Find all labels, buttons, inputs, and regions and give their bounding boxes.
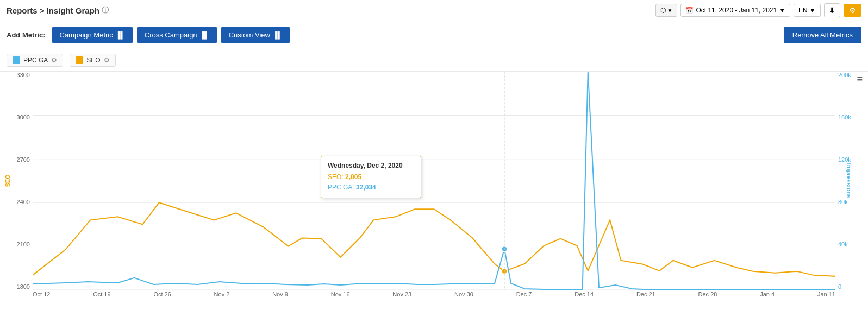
- cube-dropdown-arrow: ▼: [667, 8, 673, 14]
- remove-all-label: Remove All Metrics: [792, 31, 853, 39]
- toolbar: Add Metric: Campaign Metric ▐▌ Cross Cam…: [0, 21, 868, 49]
- download-button[interactable]: ⬇: [824, 3, 840, 17]
- breadcrumb: Reports > Insight Graph ⓘ: [7, 5, 109, 15]
- toolbar-left: Add Metric: Campaign Metric ▐▌ Cross Cam…: [7, 27, 290, 43]
- chart-svg: [33, 72, 835, 290]
- cube-button[interactable]: ⬡ ▼: [655, 4, 678, 17]
- x-tick-nov2: Nov 2: [214, 291, 230, 305]
- date-dropdown-arrow: ▼: [779, 7, 785, 14]
- seo-settings-icon[interactable]: ⚙: [104, 56, 110, 64]
- remove-all-metrics-button[interactable]: Remove All Metrics: [784, 27, 861, 43]
- cross-campaign-button[interactable]: Cross Campaign ▐▌: [137, 27, 217, 43]
- download-icon: ⬇: [829, 6, 835, 15]
- cube-icon: ⬡: [660, 7, 666, 14]
- info-icon[interactable]: ⓘ: [102, 5, 109, 15]
- y-tick-160k: 160k: [838, 114, 851, 121]
- ppc-ga-color-dot: [13, 56, 20, 64]
- y-axis-right-label: Impressions: [846, 163, 853, 199]
- top-right-controls: ⬡ ▼ 📅 Oct 11, 2020 - Jan 11, 2021 ▼ EN ▼…: [655, 3, 861, 17]
- y-tick-80k: 80k: [838, 199, 848, 205]
- x-tick-oct26: Oct 26: [153, 291, 171, 305]
- campaign-metric-button[interactable]: Campaign Metric ▐▌: [52, 27, 133, 43]
- y-tick-0: 0: [838, 283, 841, 290]
- settings-icon: ⚙: [849, 6, 856, 15]
- x-tick-nov23: Nov 23: [392, 291, 411, 305]
- language-button[interactable]: EN ▼: [794, 4, 821, 17]
- legend-bar: PPC GA ⚙ SEO ⚙: [0, 49, 868, 72]
- custom-view-label: Custom View: [229, 31, 270, 39]
- campaign-metric-chart-icon: ▐▌: [116, 31, 125, 39]
- ppc-ga-legend-label: PPC GA: [23, 56, 48, 64]
- custom-view-button[interactable]: Custom View ▐▌: [221, 27, 290, 43]
- cross-campaign-chart-icon: ▐▌: [200, 31, 209, 39]
- x-tick-oct12: Oct 12: [33, 291, 50, 305]
- x-tick-jan11: Jan 11: [817, 291, 835, 305]
- y-axis-right: Impressions 200k 160k 120k 80k 40k 0: [835, 72, 868, 290]
- language-label: EN: [798, 7, 808, 14]
- breadcrumb-separator: >: [40, 6, 45, 15]
- y-tick-2700: 2700: [17, 156, 30, 163]
- date-range-label: Oct 11, 2020 - Jan 11, 2021: [696, 7, 777, 14]
- x-tick-dec21: Dec 21: [636, 291, 655, 305]
- seo-legend-label: SEO: [86, 56, 100, 64]
- campaign-metric-label: Campaign Metric: [60, 31, 113, 39]
- legend-item-seo[interactable]: SEO ⚙: [70, 54, 115, 67]
- y-tick-40k: 40k: [838, 241, 848, 248]
- x-tick-nov9: Nov 9: [272, 291, 288, 305]
- reports-link[interactable]: Reports: [7, 6, 38, 15]
- calendar-icon: 📅: [685, 7, 694, 14]
- settings-button[interactable]: ⚙: [844, 4, 861, 17]
- x-tick-dec28: Dec 28: [698, 291, 717, 305]
- legend-item-ppc-ga[interactable]: PPC GA ⚙: [7, 54, 63, 67]
- x-tick-oct19: Oct 19: [93, 291, 110, 305]
- y-axis-left: SEO 3300 3000 2700 2400 2100 1800: [0, 72, 33, 290]
- x-tick-nov30: Nov 30: [454, 291, 473, 305]
- y-tick-3300: 3300: [17, 72, 30, 78]
- y-tick-1800: 1800: [17, 283, 30, 290]
- y-tick-2400: 2400: [17, 199, 30, 205]
- cross-campaign-label: Cross Campaign: [145, 31, 197, 39]
- x-axis: Oct 12 Oct 19 Oct 26 Nov 2 Nov 9 Nov 16 …: [33, 291, 835, 305]
- y-tick-120k: 120k: [838, 156, 851, 163]
- add-metric-label: Add Metric:: [7, 31, 46, 39]
- x-tick-jan4: Jan 4: [760, 291, 775, 305]
- y-axis-left-label: SEO: [4, 174, 11, 187]
- ppc-ga-line: [33, 72, 835, 289]
- ppc-ga-settings-icon[interactable]: ⚙: [51, 56, 57, 64]
- x-tick-nov16: Nov 16: [331, 291, 350, 305]
- y-tick-3000: 3000: [17, 114, 30, 121]
- seo-line: [33, 202, 835, 276]
- y-tick-2100: 2100: [17, 241, 30, 248]
- x-tick-dec14: Dec 14: [574, 291, 594, 305]
- x-tick-dec7: Dec 7: [516, 291, 532, 305]
- lang-dropdown-arrow: ▼: [809, 7, 816, 14]
- custom-view-chart-icon: ▐▌: [273, 31, 282, 39]
- page-title: Insight Graph: [46, 6, 99, 15]
- chart-menu-icon[interactable]: ≡: [857, 74, 863, 85]
- date-range-button[interactable]: 📅 Oct 11, 2020 - Jan 11, 2021 ▼: [680, 4, 790, 17]
- y-tick-200k: 200k: [838, 72, 851, 78]
- top-bar: Reports > Insight Graph ⓘ ⬡ ▼ 📅 Oct 11, …: [0, 0, 868, 21]
- seo-color-dot: [76, 56, 83, 64]
- chart-area: ≡ SEO 3300 3000 2700 2400 2100 1800 Impr…: [0, 72, 868, 305]
